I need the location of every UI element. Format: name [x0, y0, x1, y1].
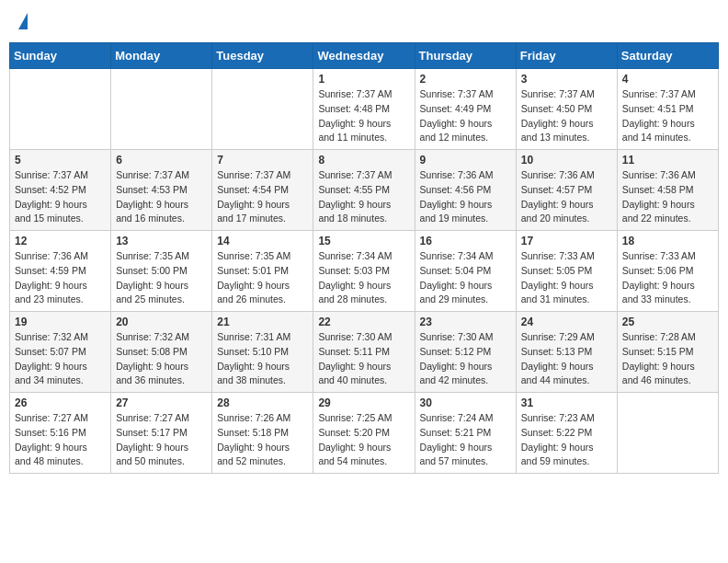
weekday-header-wednesday: Wednesday	[313, 43, 415, 69]
calendar-table: SundayMondayTuesdayWednesdayThursdayFrid…	[9, 42, 719, 474]
day-number: 2	[420, 73, 511, 86]
weekday-header-friday: Friday	[516, 43, 617, 69]
week-row-5: 26Sunrise: 7:27 AMSunset: 5:16 PMDayligh…	[10, 393, 719, 474]
day-info: Sunrise: 7:28 AMSunset: 5:15 PMDaylight:…	[622, 330, 713, 388]
day-number: 21	[217, 316, 308, 328]
day-cell-4: 4Sunrise: 7:37 AMSunset: 4:51 PMDaylight…	[617, 69, 718, 150]
logo-triangle-icon	[18, 13, 28, 29]
day-number: 31	[521, 396, 612, 409]
day-info: Sunrise: 7:26 AMSunset: 5:18 PMDaylight:…	[217, 411, 308, 469]
day-number: 29	[318, 396, 409, 409]
day-cell-30: 30Sunrise: 7:24 AMSunset: 5:21 PMDayligh…	[415, 393, 516, 474]
day-number: 9	[420, 154, 511, 167]
day-info: Sunrise: 7:37 AMSunset: 4:55 PMDaylight:…	[318, 168, 409, 226]
day-number: 15	[318, 235, 409, 247]
day-info: Sunrise: 7:27 AMSunset: 5:17 PMDaylight:…	[116, 411, 207, 469]
day-number: 6	[116, 154, 207, 167]
day-number: 17	[521, 235, 612, 247]
day-cell-9: 9Sunrise: 7:36 AMSunset: 4:56 PMDaylight…	[415, 150, 516, 231]
empty-cell	[212, 69, 313, 150]
day-info: Sunrise: 7:37 AMSunset: 4:48 PMDaylight:…	[318, 87, 409, 145]
day-info: Sunrise: 7:34 AMSunset: 5:04 PMDaylight:…	[420, 249, 511, 307]
day-cell-29: 29Sunrise: 7:25 AMSunset: 5:20 PMDayligh…	[313, 393, 415, 474]
day-cell-6: 6Sunrise: 7:37 AMSunset: 4:53 PMDaylight…	[111, 150, 212, 231]
empty-cell	[617, 393, 718, 474]
day-info: Sunrise: 7:29 AMSunset: 5:13 PMDaylight:…	[521, 330, 612, 388]
day-cell-31: 31Sunrise: 7:23 AMSunset: 5:22 PMDayligh…	[516, 393, 617, 474]
day-info: Sunrise: 7:37 AMSunset: 4:50 PMDaylight:…	[521, 87, 612, 145]
day-info: Sunrise: 7:30 AMSunset: 5:11 PMDaylight:…	[318, 330, 409, 388]
week-row-1: 1Sunrise: 7:37 AMSunset: 4:48 PMDaylight…	[10, 69, 719, 150]
day-number: 18	[622, 235, 713, 247]
day-number: 26	[15, 396, 106, 409]
day-cell-10: 10Sunrise: 7:36 AMSunset: 4:57 PMDayligh…	[516, 150, 617, 231]
day-number: 7	[217, 154, 308, 167]
day-info: Sunrise: 7:27 AMSunset: 5:16 PMDaylight:…	[15, 411, 106, 469]
day-info: Sunrise: 7:37 AMSunset: 4:51 PMDaylight:…	[622, 87, 713, 145]
weekday-header-thursday: Thursday	[415, 43, 516, 69]
day-number: 8	[318, 154, 409, 167]
day-number: 5	[15, 154, 106, 167]
day-number: 19	[15, 316, 106, 328]
empty-cell	[111, 69, 212, 150]
day-cell-13: 13Sunrise: 7:35 AMSunset: 5:00 PMDayligh…	[111, 231, 212, 312]
day-info: Sunrise: 7:37 AMSunset: 4:52 PMDaylight:…	[15, 168, 106, 226]
day-info: Sunrise: 7:30 AMSunset: 5:12 PMDaylight:…	[420, 330, 511, 388]
day-info: Sunrise: 7:37 AMSunset: 4:54 PMDaylight:…	[217, 168, 308, 226]
day-number: 24	[521, 316, 612, 328]
day-cell-21: 21Sunrise: 7:31 AMSunset: 5:10 PMDayligh…	[212, 312, 313, 393]
day-number: 11	[622, 154, 713, 167]
day-number: 12	[15, 235, 106, 247]
day-number: 25	[622, 316, 713, 328]
day-cell-2: 2Sunrise: 7:37 AMSunset: 4:49 PMDaylight…	[415, 69, 516, 150]
day-cell-26: 26Sunrise: 7:27 AMSunset: 5:16 PMDayligh…	[10, 393, 111, 474]
day-cell-5: 5Sunrise: 7:37 AMSunset: 4:52 PMDaylight…	[10, 150, 111, 231]
day-number: 23	[420, 316, 511, 328]
day-info: Sunrise: 7:31 AMSunset: 5:10 PMDaylight:…	[217, 330, 308, 388]
day-cell-15: 15Sunrise: 7:34 AMSunset: 5:03 PMDayligh…	[313, 231, 415, 312]
day-info: Sunrise: 7:32 AMSunset: 5:08 PMDaylight:…	[116, 330, 207, 388]
day-cell-16: 16Sunrise: 7:34 AMSunset: 5:04 PMDayligh…	[415, 231, 516, 312]
day-cell-20: 20Sunrise: 7:32 AMSunset: 5:08 PMDayligh…	[111, 312, 212, 393]
day-cell-22: 22Sunrise: 7:30 AMSunset: 5:11 PMDayligh…	[313, 312, 415, 393]
day-cell-28: 28Sunrise: 7:26 AMSunset: 5:18 PMDayligh…	[212, 393, 313, 474]
day-number: 30	[420, 396, 511, 409]
day-cell-24: 24Sunrise: 7:29 AMSunset: 5:13 PMDayligh…	[516, 312, 617, 393]
day-info: Sunrise: 7:36 AMSunset: 4:57 PMDaylight:…	[521, 168, 612, 226]
day-info: Sunrise: 7:25 AMSunset: 5:20 PMDaylight:…	[318, 411, 409, 469]
day-info: Sunrise: 7:24 AMSunset: 5:21 PMDaylight:…	[420, 411, 511, 469]
day-number: 13	[116, 235, 207, 247]
day-cell-8: 8Sunrise: 7:37 AMSunset: 4:55 PMDaylight…	[313, 150, 415, 231]
logo	[17, 13, 28, 33]
week-row-2: 5Sunrise: 7:37 AMSunset: 4:52 PMDaylight…	[10, 150, 719, 231]
day-info: Sunrise: 7:37 AMSunset: 4:53 PMDaylight:…	[116, 168, 207, 226]
day-number: 28	[217, 396, 308, 409]
empty-cell	[10, 69, 111, 150]
day-cell-12: 12Sunrise: 7:36 AMSunset: 4:59 PMDayligh…	[10, 231, 111, 312]
day-info: Sunrise: 7:34 AMSunset: 5:03 PMDaylight:…	[318, 249, 409, 307]
weekday-header-saturday: Saturday	[617, 43, 718, 69]
day-number: 22	[318, 316, 409, 328]
weekday-header-row: SundayMondayTuesdayWednesdayThursdayFrid…	[10, 43, 719, 69]
day-info: Sunrise: 7:36 AMSunset: 4:58 PMDaylight:…	[622, 168, 713, 226]
day-cell-1: 1Sunrise: 7:37 AMSunset: 4:48 PMDaylight…	[313, 69, 415, 150]
day-cell-14: 14Sunrise: 7:35 AMSunset: 5:01 PMDayligh…	[212, 231, 313, 312]
day-cell-23: 23Sunrise: 7:30 AMSunset: 5:12 PMDayligh…	[415, 312, 516, 393]
day-cell-11: 11Sunrise: 7:36 AMSunset: 4:58 PMDayligh…	[617, 150, 718, 231]
weekday-header-sunday: Sunday	[10, 43, 111, 69]
day-cell-17: 17Sunrise: 7:33 AMSunset: 5:05 PMDayligh…	[516, 231, 617, 312]
day-info: Sunrise: 7:37 AMSunset: 4:49 PMDaylight:…	[420, 87, 511, 145]
day-cell-19: 19Sunrise: 7:32 AMSunset: 5:07 PMDayligh…	[10, 312, 111, 393]
day-info: Sunrise: 7:33 AMSunset: 5:05 PMDaylight:…	[521, 249, 612, 307]
day-info: Sunrise: 7:32 AMSunset: 5:07 PMDaylight:…	[15, 330, 106, 388]
weekday-header-tuesday: Tuesday	[212, 43, 313, 69]
day-number: 14	[217, 235, 308, 247]
weekday-header-monday: Monday	[111, 43, 212, 69]
day-cell-18: 18Sunrise: 7:33 AMSunset: 5:06 PMDayligh…	[617, 231, 718, 312]
day-number: 4	[622, 73, 713, 86]
day-info: Sunrise: 7:33 AMSunset: 5:06 PMDaylight:…	[622, 249, 713, 307]
day-cell-7: 7Sunrise: 7:37 AMSunset: 4:54 PMDaylight…	[212, 150, 313, 231]
day-number: 27	[116, 396, 207, 409]
page-header	[9, 9, 719, 37]
day-number: 16	[420, 235, 511, 247]
